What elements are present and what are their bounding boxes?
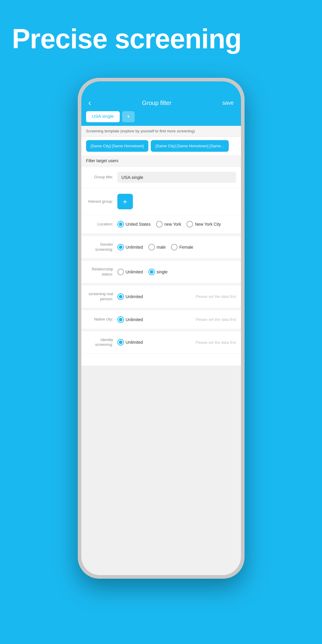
- location-label-us: United States: [126, 222, 151, 227]
- gender-radio-male[interactable]: [148, 244, 155, 250]
- gender-label-male: male: [157, 245, 166, 250]
- relationship-row: Relationship status: Unlimited single: [81, 261, 241, 283]
- phone-screen: ‹ Group filter save USA single + Screeni…: [81, 81, 241, 575]
- gender-option-male[interactable]: male: [148, 244, 166, 250]
- location-radio-nyc[interactable]: [186, 221, 193, 227]
- phone-wrapper: ‹ Group filter save USA single + Screeni…: [0, 72, 322, 579]
- template-button-1[interactable]: [Same City] [Same Hometown]: [86, 140, 149, 152]
- gender-option-female[interactable]: Female: [171, 244, 193, 250]
- location-row: Location: United States new York New Yor…: [81, 215, 241, 234]
- relationship-option-unlimited[interactable]: Unlimited: [117, 269, 143, 275]
- gender-label-unlimited: Unlimited: [126, 245, 143, 250]
- template-hint: Screening template (explore by yourself …: [81, 126, 241, 137]
- template-button-2[interactable]: [Same City] [Same Hometown] [Same...: [151, 140, 229, 152]
- location-option-nyc[interactable]: New York City: [186, 221, 221, 227]
- native-city-placeholder: Please set the data first: [196, 317, 236, 322]
- group-title-input[interactable]: [117, 172, 236, 183]
- location-label-ny: new York: [164, 222, 181, 227]
- native-city-label-unlimited: Unlimited: [126, 317, 143, 322]
- native-city-radio-unlimited[interactable]: [117, 316, 124, 323]
- relationship-radio-single[interactable]: [148, 269, 155, 275]
- identity-row: Identity screening: Unlimited Please set…: [81, 332, 241, 354]
- save-button[interactable]: save: [222, 100, 234, 106]
- spacer-5: [81, 329, 241, 332]
- relationship-label: Relationship status:: [86, 267, 117, 277]
- group-title-row: Group title:: [81, 166, 241, 188]
- spacer-3: [81, 283, 241, 286]
- identity-label: Identity screening:: [86, 338, 117, 348]
- real-person-radio-unlimited[interactable]: [117, 293, 124, 300]
- identity-option-unlimited[interactable]: Unlimited: [117, 339, 143, 346]
- location-radio-ny[interactable]: [156, 221, 163, 227]
- group-title-label: Group title:: [86, 175, 117, 180]
- spacer-1: [81, 234, 241, 236]
- nav-title: Group filter: [142, 100, 172, 106]
- identity-placeholder: Please set the data first: [196, 340, 236, 345]
- native-city-label: Native city:: [86, 317, 117, 322]
- location-option-ny[interactable]: new York: [156, 221, 181, 227]
- spacer-2: [81, 258, 241, 261]
- hero-title: Precise screening: [0, 0, 322, 72]
- status-bar: [81, 81, 241, 95]
- location-label-nyc: New York City: [195, 222, 221, 227]
- real-person-label: screening real person:: [86, 292, 117, 302]
- native-city-row: Native city: Unlimited Please set the da…: [81, 310, 241, 329]
- identity-radio-unlimited[interactable]: [117, 339, 124, 346]
- tab-bar: USA single +: [81, 111, 241, 126]
- relationship-label-unlimited: Unlimited: [126, 270, 143, 274]
- location-option-us[interactable]: United States: [117, 221, 151, 227]
- back-button[interactable]: ‹: [88, 98, 91, 108]
- spacer-4: [81, 308, 241, 310]
- real-person-option-unlimited[interactable]: Unlimited: [117, 293, 143, 300]
- tab-usa-single[interactable]: USA single: [86, 111, 120, 122]
- relationship-label-single: single: [157, 270, 168, 274]
- location-radio-us[interactable]: [117, 221, 124, 227]
- gender-label-female: Female: [179, 245, 193, 250]
- real-person-placeholder: Please set the data first: [196, 294, 236, 299]
- relationship-option-single[interactable]: single: [148, 269, 168, 275]
- identity-label-unlimited: Unlimited: [126, 340, 143, 345]
- filter-header: Filter target users: [81, 155, 241, 166]
- gender-radio-female[interactable]: [171, 244, 178, 250]
- real-person-row: screening real person: Unlimited Please …: [81, 286, 241, 308]
- gender-row: Gender screening: Unlimited male Female: [81, 236, 241, 258]
- gender-label: Gender screening:: [86, 242, 117, 252]
- bottom-padding: [81, 354, 241, 366]
- location-label: Location:: [86, 222, 117, 227]
- real-person-label-unlimited: Unlimited: [126, 294, 143, 299]
- interest-group-row: Interest group: +: [81, 188, 241, 215]
- interest-group-label: Interest group:: [86, 199, 117, 204]
- relationship-radio-unlimited[interactable]: [117, 269, 124, 275]
- interest-add-button[interactable]: +: [117, 194, 133, 209]
- template-buttons-row: [Same City] [Same Hometown] [Same City] …: [81, 137, 241, 155]
- nav-bar: ‹ Group filter save: [81, 95, 241, 111]
- phone-frame: ‹ Group filter save USA single + Screeni…: [78, 78, 245, 579]
- gender-option-unlimited[interactable]: Unlimited: [117, 244, 143, 250]
- native-city-option-unlimited[interactable]: Unlimited: [117, 316, 143, 323]
- gender-radio-unlimited[interactable]: [117, 244, 124, 250]
- tab-add-button[interactable]: +: [122, 111, 135, 122]
- content-area: Screening template (explore by yourself …: [81, 126, 241, 366]
